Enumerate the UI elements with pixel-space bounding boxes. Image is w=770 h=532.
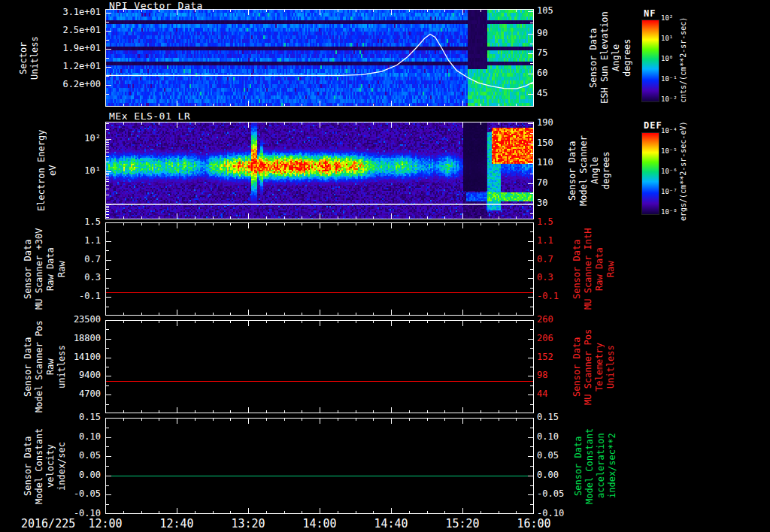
panel1-ytick-labels-item: 1.2e+01: [51, 62, 101, 71]
def-colorbar-label: DEF: [644, 120, 662, 131]
axis-label-line: degrees: [601, 122, 611, 219]
axis-label-line: Sector: [18, 9, 29, 107]
panel5-right-axis-label: Sensor Data Model Constant acceleration …: [573, 418, 617, 514]
axis-label-line: Raw Data: [594, 222, 605, 316]
time-axis-labels: 12:0012:4013:2014:0014:4015:2016:00: [0, 517, 770, 530]
time-axis-labels-item: 13:20: [231, 517, 265, 530]
colorbar-units-text: cnts/(cm**2-sr-sec): [679, 8, 688, 113]
axis-label-line: MU Scanner IntH: [583, 222, 593, 316]
panel5-ytick-labels-item: 0.00: [51, 470, 101, 480]
els-spectrogram-plot: [105, 122, 534, 219]
def-colorbar-ticks-item: 10⁻⁶: [661, 168, 678, 175]
time-axis-labels-item: 14:00: [302, 517, 336, 530]
model-scanner-pos-plot: [105, 320, 534, 413]
mu-scanner-30v-plot: [105, 222, 534, 316]
model-constant-velocity-plot: [105, 418, 534, 514]
science-plot-page: NPI Vector Data MEx ELS-01 LR Sector Uni…: [0, 0, 770, 532]
time-axis-labels-item: 12:40: [159, 517, 193, 530]
axis-label-line: degrees: [622, 9, 632, 107]
axis-label-line: acceleration: [596, 418, 606, 514]
axis-label-line: Model Scanner: [578, 122, 589, 219]
panel1-ytick-labels-item: 6.2e+00: [51, 80, 101, 89]
nf-colorbar-ticks-item: 10⁻²: [661, 95, 678, 103]
nf-colorbar-label: NF: [644, 8, 656, 19]
nf-colorbar: [641, 20, 659, 102]
panel2-ytick-labels-item: 10²: [51, 134, 101, 144]
npi-spectrogram-plot: [105, 9, 534, 107]
panel5-ytick-labels-item: 0.10: [51, 432, 101, 442]
def-colorbar-ticks-item: 10⁻⁸: [661, 208, 678, 216]
def-colorbar-ticks-item: 10⁻⁴: [661, 127, 678, 135]
axis-label-line: Raw: [605, 222, 616, 316]
panel1-left-axis-label: Sector Unitless: [18, 9, 40, 107]
panel3-ytick-labels-item: 0.7: [51, 255, 101, 264]
panel4-right-tick-labels-item: 206: [537, 334, 573, 343]
axis-label-line: Telemetry: [594, 320, 605, 413]
axis-label-line: Sensor Data: [588, 9, 599, 107]
nf-colorbar-ticks-item: 10²: [661, 14, 673, 22]
panel3-right-tick-labels-item: 0.3: [537, 273, 573, 283]
axis-label-line: index/sec**2: [607, 418, 617, 514]
axis-label-line: Angle: [611, 9, 621, 107]
panel2-right-axis-label: Sensor Data Model Scanner Angle degrees: [567, 122, 611, 219]
panel1-right-tick-labels-item: 75: [537, 48, 573, 58]
panel4-ytick-labels: 23500188001410094004700: [51, 320, 101, 413]
nf-colorbar-ticks-item: 10⁰: [661, 55, 673, 62]
axis-label-line: Sensor Data: [571, 320, 582, 413]
panel1-ytick-labels-item: 1.9e+01: [51, 44, 101, 53]
panel3-right-axis-label: Sensor Data MU Scanner IntH Raw Data Raw: [571, 222, 616, 316]
axis-label-line: Sensor Data: [567, 122, 578, 219]
axis-label-line: Sensor Data: [23, 418, 33, 514]
time-axis-labels-item: 16:00: [517, 517, 550, 530]
panel3-ytick-labels-item: 1.1: [51, 236, 101, 246]
panel5-ytick-labels: 0.150.100.050.00-0.05-0.10: [51, 418, 101, 514]
panel3-right-tick-labels: 1.51.10.70.3-0.1: [537, 222, 573, 316]
time-axis-labels-item: 15:20: [445, 517, 479, 530]
panel3-ytick-labels-item: -0.1: [51, 292, 101, 301]
panel3-right-tick-labels-item: -0.1: [537, 292, 573, 301]
panel2-ytick-labels-item: 10¹: [51, 166, 101, 176]
axis-label-line: Sensor Data: [23, 320, 33, 413]
panel5-right-tick-labels: 0.150.100.050.00-0.05-0.10: [537, 418, 573, 514]
axis-label-line: Unitless: [29, 9, 40, 107]
panel4-ytick-labels-item: 14100: [51, 352, 101, 362]
axis-label-line: Electron Energy: [36, 122, 47, 219]
panel4-right-tick-labels-item: 260: [537, 315, 573, 325]
panel4-ytick-labels-item: 23500: [51, 315, 101, 325]
panel3-right-tick-labels-item: 0.7: [537, 255, 573, 264]
colorbar-units-text: ergs/(cm**2-sr-sec-eV): [679, 119, 688, 224]
panel1-right-tick-labels: 10590756045: [537, 9, 573, 107]
axis-label-line: Sensor Data: [573, 418, 584, 514]
panel2-title: MEx ELS-01 LR: [109, 110, 190, 122]
axis-label-line: Model Constant: [584, 418, 595, 514]
def-colorbar-ticks-item: 10⁻⁵: [661, 147, 678, 155]
panel5-right-tick-labels-item: 0.10: [537, 432, 573, 442]
axis-label-line: Model Constant: [34, 418, 44, 514]
panel4-ytick-labels-item: 4700: [51, 389, 101, 399]
panel5-ytick-labels-item: 0.05: [51, 451, 101, 461]
panel1-right-tick-labels-item: 45: [537, 89, 573, 98]
axis-label-line: Sensor Data: [23, 222, 33, 316]
panel5-ytick-labels-item: 0.15: [51, 413, 101, 422]
panel1-ytick-labels-item: 2.5e+01: [51, 26, 101, 35]
axis-label-line: Model Scanner Pos: [34, 320, 44, 413]
def-colorbar: [641, 132, 659, 215]
def-colorbar-ticks-item: 10⁻⁷: [661, 188, 678, 195]
axis-label-line: MU Scanner Pos: [583, 320, 593, 413]
nf-colorbar-units: cnts/(cm**2-sr-sec): [679, 8, 688, 113]
panel4-ytick-labels-item: 18800: [51, 334, 101, 343]
panel3-ytick-labels-item: 0.3: [51, 273, 101, 283]
panel5-right-tick-labels-item: 0.15: [537, 413, 573, 422]
panel4-right-axis-label: Sensor Data MU Scanner Pos Telemetry Uni…: [571, 320, 616, 413]
def-colorbar-units: ergs/(cm**2-sr-sec-eV): [679, 119, 688, 224]
panel3-ytick-labels-item: 1.5: [51, 217, 101, 227]
panel4-ytick-labels-item: 9400: [51, 370, 101, 380]
time-axis-labels-item: 12:00: [88, 517, 122, 530]
panel4-right-tick-labels: 2602061529844: [537, 320, 573, 413]
axis-label-line: ESH Sun Elevation: [599, 9, 610, 107]
panel3-ytick-labels: 1.51.10.70.3-0.1: [51, 222, 101, 316]
panel4-right-tick-labels-item: 98: [537, 370, 573, 380]
nf-colorbar-ticks-item: 10⁻¹: [661, 75, 678, 83]
nf-colorbar-ticks-item: 10¹: [661, 35, 673, 42]
axis-label-line: Angle: [590, 122, 600, 219]
